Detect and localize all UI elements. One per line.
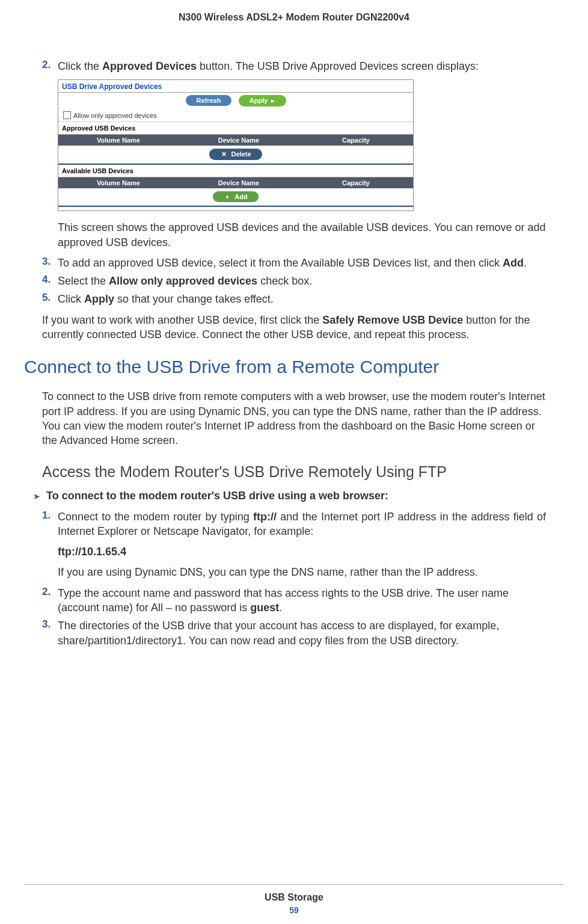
step-text: Type the account name and password that … xyxy=(58,586,546,615)
refresh-button[interactable]: Refresh xyxy=(186,95,232,106)
col-volume: Volume Name xyxy=(58,179,179,186)
available-table-header: Volume Name Device Name Capacity xyxy=(58,177,413,188)
step-5: 5. Click Apply so that your change takes… xyxy=(42,292,546,306)
step-number: 3. xyxy=(42,618,58,630)
add-button[interactable]: +Add xyxy=(213,191,258,202)
step-2: 2. Click the Approved Devices button. Th… xyxy=(42,59,546,73)
approved-section-label: Approved USB Devices xyxy=(58,122,413,135)
footer-section: USB Storage xyxy=(24,892,564,903)
ftp-example: ftp://10.1.65.4 xyxy=(58,544,546,559)
task-heading: ➤ To connect to the modem router's USB d… xyxy=(33,490,546,502)
apply-button[interactable]: Apply ▸ xyxy=(239,95,286,106)
footer-page-number: 59 xyxy=(24,905,564,915)
plus-icon: + xyxy=(224,193,231,200)
x-icon: ✕ xyxy=(220,150,227,158)
step-3: 3. To add an approved USB device, select… xyxy=(42,256,546,270)
ftp-step-2: 2. Type the account name and password th… xyxy=(42,586,546,615)
col-capacity: Capacity xyxy=(299,179,413,186)
delete-button[interactable]: ✕Delete xyxy=(209,149,262,160)
step-number: 5. xyxy=(42,292,58,304)
task-text: To connect to the modem router's USB dri… xyxy=(46,490,388,502)
col-device: Device Name xyxy=(179,179,299,186)
screenshot-approved-devices: USB Drive Approved Devices Refresh Apply… xyxy=(58,79,414,211)
ftp-step-3: 3. The directories of the USB drive that… xyxy=(42,618,546,648)
col-volume: Volume Name xyxy=(58,137,179,144)
step-text: Click Apply so that your change takes ef… xyxy=(58,292,546,306)
step-number: 3. xyxy=(42,256,58,268)
paragraph-connect: To connect to the USB drive from remote … xyxy=(42,389,546,448)
page-footer: USB Storage 59 xyxy=(24,884,564,915)
heading-connect-remote: Connect to the USB Drive from a Remote C… xyxy=(24,357,546,377)
ftp-dns-note: If you are using Dynamic DNS, you can ty… xyxy=(58,565,546,579)
col-capacity: Capacity xyxy=(299,137,413,144)
step-number: 4. xyxy=(42,274,58,286)
available-section-label: Available USB Devices xyxy=(58,165,413,177)
screenshot-title: USB Drive Approved Devices xyxy=(58,80,413,93)
step-number: 2. xyxy=(42,586,58,598)
paragraph-safely-remove: If you want to work with another USB dev… xyxy=(42,313,546,342)
step-text: Click the Approved Devices button. The U… xyxy=(58,59,546,73)
step-number: 2. xyxy=(42,59,58,71)
allow-only-checkbox[interactable] xyxy=(63,111,71,119)
page-header: N300 Wireless ADSL2+ Modem Router DGN220… xyxy=(24,12,564,59)
step-text: Select the Allow only approved devices c… xyxy=(58,274,546,288)
step-4: 4. Select the Allow only approved device… xyxy=(42,274,546,288)
allow-only-row: Allow only approved devices xyxy=(58,109,413,122)
allow-only-label: Allow only approved devices xyxy=(73,112,157,119)
approved-table-header: Volume Name Device Name Capacity xyxy=(58,135,413,146)
ftp-step-1: 1. Connect to the modem router by typing… xyxy=(42,510,546,539)
step-text: The directories of the USB drive that yo… xyxy=(58,618,546,648)
step-2-note: This screen shows the approved USB devic… xyxy=(58,220,546,250)
arrow-icon: ➤ xyxy=(33,491,40,501)
heading-ftp: Access the Modem Router's USB Drive Remo… xyxy=(42,463,546,481)
step-number: 1. xyxy=(42,510,58,522)
col-device: Device Name xyxy=(179,137,299,144)
step-text: To add an approved USB device, select it… xyxy=(58,256,546,270)
step-text: Connect to the modem router by typing ft… xyxy=(58,510,546,539)
